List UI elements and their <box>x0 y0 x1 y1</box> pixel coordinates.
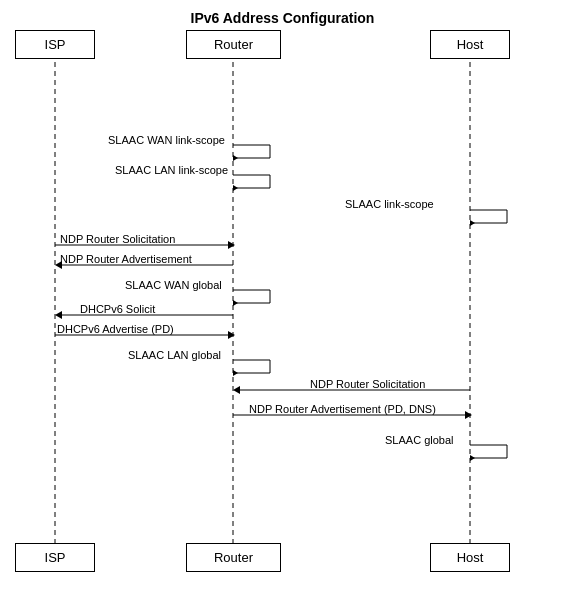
actor-router-bottom: Router <box>186 543 281 572</box>
label-slaac-lan-global: SLAAC LAN global <box>128 349 221 361</box>
svg-marker-5 <box>470 220 475 226</box>
diagram: IPv6 Address Configuration ISP Router Ho… <box>0 0 565 601</box>
svg-marker-7 <box>228 241 235 249</box>
svg-marker-17 <box>233 386 240 394</box>
label-ndp-router-sol-host: NDP Router Solicitation <box>310 378 425 390</box>
actor-isp-top: ISP <box>15 30 95 59</box>
label-ndp-router-adv: NDP Router Advertisement <box>60 253 192 265</box>
svg-marker-19 <box>465 411 472 419</box>
actor-router-top: Router <box>186 30 281 59</box>
svg-marker-4 <box>233 185 238 191</box>
page-title: IPv6 Address Configuration <box>0 0 565 26</box>
actor-isp-bottom: ISP <box>15 543 95 572</box>
svg-marker-20 <box>470 455 475 461</box>
label-ndp-router-adv-host: NDP Router Advertisement (PD, DNS) <box>249 403 436 415</box>
label-slaac-wan-global: SLAAC WAN global <box>125 279 222 291</box>
svg-marker-15 <box>233 370 238 376</box>
svg-marker-14 <box>228 331 235 339</box>
svg-marker-3 <box>233 155 238 161</box>
actor-host-bottom: Host <box>430 543 510 572</box>
label-slaac-wan-link: SLAAC WAN link-scope <box>108 134 225 146</box>
svg-marker-10 <box>233 300 238 306</box>
label-ndp-router-sol: NDP Router Solicitation <box>60 233 175 245</box>
label-slaac-link-scope-host: SLAAC link-scope <box>345 198 434 210</box>
label-dhcpv6-solicit: DHCPv6 Solicit <box>80 303 155 315</box>
label-dhcpv6-advertise: DHCPv6 Advertise (PD) <box>57 323 174 335</box>
label-slaac-global: SLAAC global <box>385 434 454 446</box>
svg-marker-12 <box>55 311 62 319</box>
label-slaac-lan-link: SLAAC LAN link-scope <box>115 164 228 176</box>
actor-host-top: Host <box>430 30 510 59</box>
arrows-svg <box>0 0 565 601</box>
